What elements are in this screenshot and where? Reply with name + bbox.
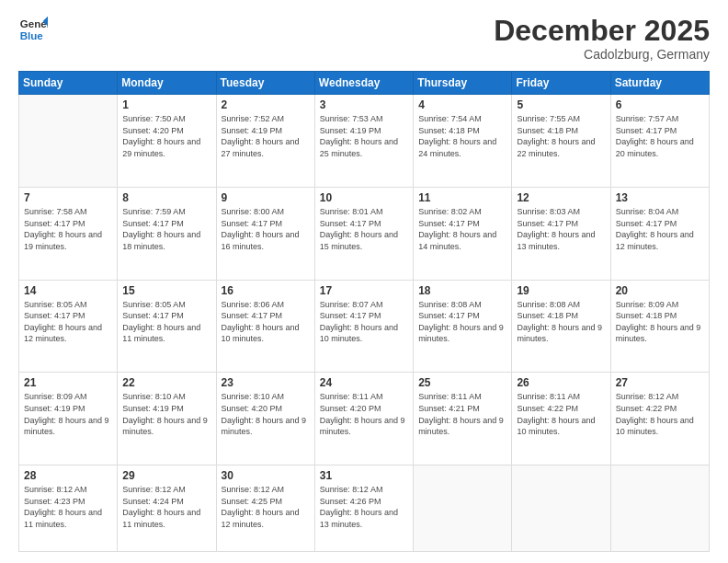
day-info: Sunrise: 8:00 AMSunset: 4:17 PMDaylight:… [222,206,310,252]
day-number: 25 [418,376,506,389]
day-number: 8 [122,191,210,204]
day-number: 24 [320,376,408,389]
table-cell: 31Sunrise: 8:12 AMSunset: 4:26 PMDayligh… [314,465,413,552]
day-number: 5 [517,98,605,111]
table-cell: 25Sunrise: 8:11 AMSunset: 4:21 PMDayligh… [414,373,512,465]
day-info: Sunrise: 7:59 AMSunset: 4:17 PMDaylight:… [122,206,210,252]
logo: General Blue [18,15,48,44]
day-info: Sunrise: 7:54 AMSunset: 4:18 PMDaylight:… [418,113,506,159]
table-cell: 20Sunrise: 8:09 AMSunset: 4:18 PMDayligh… [610,280,709,373]
calendar-header-row: Sunday Monday Tuesday Wednesday Thursday… [19,72,710,95]
day-number: 4 [418,98,506,111]
day-info: Sunrise: 8:02 AMSunset: 4:17 PMDaylight:… [418,206,506,252]
day-number: 18 [418,284,506,297]
day-number: 7 [24,191,112,204]
table-cell: 15Sunrise: 8:05 AMSunset: 4:17 PMDayligh… [118,280,216,373]
col-wednesday: Wednesday [314,72,413,95]
logo-icon: General Blue [18,15,48,44]
day-number: 27 [616,376,704,389]
table-cell: 3Sunrise: 7:53 AMSunset: 4:19 PMDaylight… [314,95,413,188]
table-cell: 28Sunrise: 8:12 AMSunset: 4:23 PMDayligh… [19,465,118,552]
table-cell: 5Sunrise: 7:55 AMSunset: 4:18 PMDaylight… [512,95,610,188]
table-cell: 24Sunrise: 8:11 AMSunset: 4:20 PMDayligh… [314,373,413,465]
col-thursday: Thursday [414,72,512,95]
day-number: 10 [320,191,408,204]
calendar-table: Sunday Monday Tuesday Wednesday Thursday… [18,71,710,552]
day-number: 13 [616,191,704,204]
day-number: 21 [24,376,112,389]
table-cell: 29Sunrise: 8:12 AMSunset: 4:24 PMDayligh… [118,465,216,552]
day-info: Sunrise: 8:05 AMSunset: 4:17 PMDaylight:… [122,299,210,345]
table-cell: 23Sunrise: 8:10 AMSunset: 4:20 PMDayligh… [216,373,314,465]
day-info: Sunrise: 7:58 AMSunset: 4:17 PMDaylight:… [24,206,112,252]
table-cell: 22Sunrise: 8:10 AMSunset: 4:19 PMDayligh… [118,373,216,465]
day-number: 11 [418,191,506,204]
day-number: 22 [122,376,210,389]
col-friday: Friday [512,72,610,95]
day-info: Sunrise: 7:50 AMSunset: 4:20 PMDaylight:… [122,113,210,159]
day-number: 19 [517,284,605,297]
table-cell: 6Sunrise: 7:57 AMSunset: 4:17 PMDaylight… [610,95,709,188]
day-info: Sunrise: 8:09 AMSunset: 4:19 PMDaylight:… [24,391,112,437]
title-block: December 2025 Cadolzburg, Germany [494,15,710,62]
table-cell: 7Sunrise: 7:58 AMSunset: 4:17 PMDaylight… [19,187,118,280]
day-info: Sunrise: 8:11 AMSunset: 4:22 PMDaylight:… [517,391,605,437]
day-info: Sunrise: 7:53 AMSunset: 4:19 PMDaylight:… [320,113,408,159]
table-cell: 4Sunrise: 7:54 AMSunset: 4:18 PMDaylight… [414,95,512,188]
day-number: 23 [222,376,310,389]
day-info: Sunrise: 8:12 AMSunset: 4:26 PMDaylight:… [320,484,408,530]
svg-text:Blue: Blue [20,30,44,41]
day-info: Sunrise: 8:10 AMSunset: 4:20 PMDaylight:… [222,391,310,437]
day-info: Sunrise: 8:05 AMSunset: 4:17 PMDaylight:… [24,299,112,345]
table-cell: 11Sunrise: 8:02 AMSunset: 4:17 PMDayligh… [414,187,512,280]
table-cell [414,465,512,552]
table-cell: 16Sunrise: 8:06 AMSunset: 4:17 PMDayligh… [216,280,314,373]
table-cell: 12Sunrise: 8:03 AMSunset: 4:17 PMDayligh… [512,187,610,280]
day-number: 9 [222,191,310,204]
table-cell [512,465,610,552]
table-cell: 10Sunrise: 8:01 AMSunset: 4:17 PMDayligh… [314,187,413,280]
col-saturday: Saturday [610,72,709,95]
header: General Blue December 2025 Cadolzburg, G… [18,15,710,62]
day-info: Sunrise: 8:12 AMSunset: 4:23 PMDaylight:… [24,484,112,530]
day-info: Sunrise: 8:08 AMSunset: 4:17 PMDaylight:… [418,299,506,345]
day-number: 15 [122,284,210,297]
day-number: 30 [222,469,310,482]
table-cell: 30Sunrise: 8:12 AMSunset: 4:25 PMDayligh… [216,465,314,552]
month-year: December 2025 [494,15,710,47]
day-number: 17 [320,284,408,297]
day-info: Sunrise: 8:07 AMSunset: 4:17 PMDaylight:… [320,299,408,345]
table-cell: 27Sunrise: 8:12 AMSunset: 4:22 PMDayligh… [610,373,709,465]
day-info: Sunrise: 8:04 AMSunset: 4:17 PMDaylight:… [616,206,704,252]
day-info: Sunrise: 8:12 AMSunset: 4:25 PMDaylight:… [222,484,310,530]
table-cell: 26Sunrise: 8:11 AMSunset: 4:22 PMDayligh… [512,373,610,465]
day-number: 14 [24,284,112,297]
table-cell: 18Sunrise: 8:08 AMSunset: 4:17 PMDayligh… [414,280,512,373]
table-cell: 13Sunrise: 8:04 AMSunset: 4:17 PMDayligh… [610,187,709,280]
calendar-page: General Blue December 2025 Cadolzburg, G… [0,0,728,563]
day-info: Sunrise: 8:09 AMSunset: 4:18 PMDaylight:… [616,299,704,345]
day-info: Sunrise: 8:08 AMSunset: 4:18 PMDaylight:… [517,299,605,345]
col-tuesday: Tuesday [216,72,314,95]
table-cell: 19Sunrise: 8:08 AMSunset: 4:18 PMDayligh… [512,280,610,373]
col-sunday: Sunday [19,72,118,95]
table-cell: 9Sunrise: 8:00 AMSunset: 4:17 PMDaylight… [216,187,314,280]
table-cell: 1Sunrise: 7:50 AMSunset: 4:20 PMDaylight… [118,95,216,188]
day-number: 28 [24,469,112,482]
day-number: 6 [616,98,704,111]
day-info: Sunrise: 8:03 AMSunset: 4:17 PMDaylight:… [517,206,605,252]
day-info: Sunrise: 8:06 AMSunset: 4:17 PMDaylight:… [222,299,310,345]
day-number: 16 [222,284,310,297]
day-info: Sunrise: 7:55 AMSunset: 4:18 PMDaylight:… [517,113,605,159]
table-cell: 21Sunrise: 8:09 AMSunset: 4:19 PMDayligh… [19,373,118,465]
day-info: Sunrise: 8:11 AMSunset: 4:20 PMDaylight:… [320,391,408,437]
col-monday: Monday [118,72,216,95]
location: Cadolzburg, Germany [494,47,710,62]
day-number: 29 [122,469,210,482]
day-info: Sunrise: 7:52 AMSunset: 4:19 PMDaylight:… [222,113,310,159]
day-number: 2 [222,98,310,111]
day-info: Sunrise: 7:57 AMSunset: 4:17 PMDaylight:… [616,113,704,159]
table-cell: 14Sunrise: 8:05 AMSunset: 4:17 PMDayligh… [19,280,118,373]
day-info: Sunrise: 8:10 AMSunset: 4:19 PMDaylight:… [122,391,210,437]
day-info: Sunrise: 8:12 AMSunset: 4:22 PMDaylight:… [616,391,704,437]
